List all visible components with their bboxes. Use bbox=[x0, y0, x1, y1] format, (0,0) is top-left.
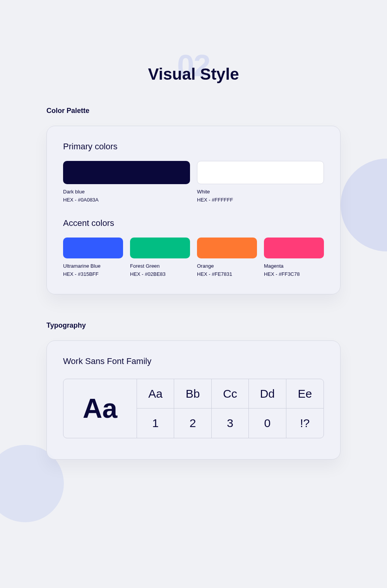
swatch-darkblue bbox=[63, 161, 190, 184]
swatch-white bbox=[197, 161, 324, 184]
font-sample-cell: Cc bbox=[212, 379, 249, 409]
swatch-forestgreen bbox=[130, 238, 190, 258]
swatch-name: Magenta bbox=[264, 263, 324, 269]
color-palette-heading: Color Palette bbox=[46, 107, 341, 115]
font-sample-cell: 2 bbox=[174, 409, 211, 438]
swatch-hex: HEX - #02BE83 bbox=[130, 271, 190, 277]
accent-color-ultramarine: Ultramarine Blue HEX - #315BFF bbox=[63, 238, 123, 277]
swatch-magenta bbox=[264, 238, 324, 258]
font-sample-cell: Dd bbox=[249, 379, 286, 409]
accent-color-forestgreen: Forest Green HEX - #02BE83 bbox=[130, 238, 190, 277]
accent-colors-heading: Accent colors bbox=[63, 218, 324, 228]
swatch-name: Ultramarine Blue bbox=[63, 263, 123, 269]
swatch-hex: HEX - #FFFFFF bbox=[197, 197, 324, 203]
typography-heading: Typography bbox=[46, 321, 341, 330]
primary-color-white: White HEX - #FFFFFF bbox=[197, 161, 324, 203]
font-family-heading: Work Sans Font Family bbox=[63, 356, 324, 366]
swatch-name: Forest Green bbox=[130, 263, 190, 269]
font-sample-cell: Bb bbox=[174, 379, 211, 409]
font-sample-table: Aa Aa Bb Cc Dd Ee 1 2 3 0 !? bbox=[63, 379, 324, 438]
color-palette-card: Primary colors Dark blue HEX - #0A083A W… bbox=[46, 126, 341, 294]
swatch-hex: HEX - #FF3C78 bbox=[264, 271, 324, 277]
font-sample-cell: Ee bbox=[286, 379, 324, 409]
accent-color-orange: Orange HEX - #FE7831 bbox=[197, 238, 257, 277]
accent-colors-row: Ultramarine Blue HEX - #315BFF Forest Gr… bbox=[63, 238, 324, 277]
swatch-name: Dark blue bbox=[63, 189, 190, 195]
primary-colors-heading: Primary colors bbox=[63, 142, 324, 152]
swatch-orange bbox=[197, 238, 257, 258]
font-sample-cell: Aa bbox=[137, 379, 174, 409]
primary-colors-row: Dark blue HEX - #0A083A White HEX - #FFF… bbox=[63, 161, 324, 203]
font-big-sample: Aa bbox=[63, 379, 137, 438]
swatch-hex: HEX - #FE7831 bbox=[197, 271, 257, 277]
swatch-ultramarine bbox=[63, 238, 123, 258]
swatch-name: White bbox=[197, 189, 324, 195]
swatch-name: Orange bbox=[197, 263, 257, 269]
page-title: Visual Style bbox=[46, 65, 341, 84]
font-sample-cell: 3 bbox=[212, 409, 249, 438]
swatch-hex: HEX - #0A083A bbox=[63, 197, 190, 203]
page-container: 02 Visual Style Color Palette Primary co… bbox=[0, 0, 387, 483]
page-title-block: 02 Visual Style bbox=[46, 50, 341, 84]
primary-color-darkblue: Dark blue HEX - #0A083A bbox=[63, 161, 190, 203]
swatch-hex: HEX - #315BFF bbox=[63, 271, 123, 277]
accent-color-magenta: Magenta HEX - #FF3C78 bbox=[264, 238, 324, 277]
font-sample-cell: 0 bbox=[249, 409, 286, 438]
font-sample-cell: !? bbox=[286, 409, 324, 438]
typography-card: Work Sans Font Family Aa Aa Bb Cc Dd Ee … bbox=[46, 340, 341, 460]
font-sample-cell: 1 bbox=[137, 409, 174, 438]
